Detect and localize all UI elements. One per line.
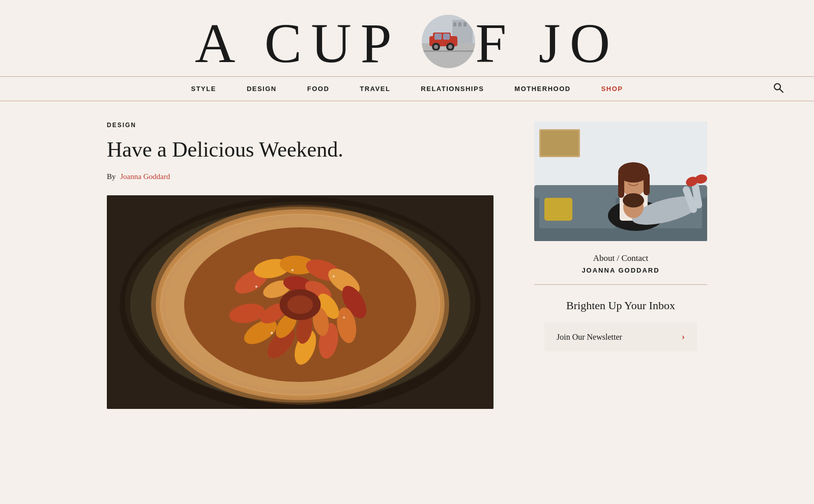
- author-link[interactable]: Joanna Goddard: [120, 172, 170, 181]
- svg-rect-63: [544, 198, 572, 221]
- svg-rect-69: [644, 172, 650, 195]
- svg-rect-68: [618, 172, 624, 198]
- svg-point-52: [271, 332, 273, 334]
- nav-item-relationships[interactable]: RELATIONSHIPS: [405, 77, 499, 101]
- nav-item-style[interactable]: STYLE: [176, 77, 231, 101]
- svg-rect-10: [443, 34, 450, 40]
- article-image: [107, 195, 493, 409]
- svg-rect-6: [463, 22, 467, 26]
- nav-item-design[interactable]: DESIGN: [231, 77, 292, 101]
- chevron-right-icon: ›: [682, 332, 685, 342]
- svg-point-54: [292, 270, 294, 272]
- newsletter-heading: Brighten Up Your Inbox: [544, 299, 697, 312]
- newsletter-button-label: Join Our Newsletter: [557, 333, 622, 342]
- site-logo[interactable]: A CUP: [195, 15, 619, 71]
- sidebar-newsletter: Brighten Up Your Inbox Join Our Newslett…: [534, 285, 707, 362]
- nav-item-shop[interactable]: SHOP: [586, 77, 638, 101]
- svg-line-17: [780, 89, 783, 92]
- svg-rect-5: [458, 22, 461, 26]
- svg-rect-4: [453, 22, 456, 26]
- nav-item-food[interactable]: FOOD: [292, 77, 345, 101]
- logo-text-a: A: [195, 15, 265, 71]
- article-category: DESIGN: [107, 122, 493, 129]
- nav-item-travel[interactable]: TRAVEL: [344, 77, 405, 101]
- article-byline: By Joanna Goddard: [107, 172, 493, 181]
- logo-o-icon: [422, 15, 475, 68]
- nav-item-motherhood[interactable]: MOTHERHOOD: [499, 77, 586, 101]
- svg-point-50: [255, 286, 257, 288]
- svg-point-14: [448, 45, 452, 49]
- main-nav: STYLE DESIGN FOOD TRAVEL RELATIONSHIPS M…: [0, 76, 814, 101]
- logo-text-jo: JO: [539, 15, 619, 71]
- svg-point-51: [333, 276, 335, 278]
- sidebar-about: About / Contact JOANNA GODDARD: [534, 241, 707, 285]
- svg-rect-15: [422, 50, 475, 52]
- sidebar: About / Contact JOANNA GODDARD Brighten …: [534, 122, 707, 409]
- newsletter-button[interactable]: Join Our Newsletter ›: [544, 322, 697, 351]
- main-content: DESIGN Have a Delicious Weekend. By Joan…: [76, 101, 738, 429]
- logo-text-cup: CUP: [265, 15, 422, 71]
- svg-point-16: [774, 83, 780, 90]
- site-header: A CUP: [0, 0, 814, 76]
- about-label: About / Contact: [544, 253, 697, 263]
- logo-text-f: F: [475, 15, 539, 71]
- sidebar-profile-image: [534, 122, 707, 241]
- svg-point-53: [343, 317, 345, 319]
- byline-prefix: By: [107, 172, 116, 181]
- svg-point-12: [434, 45, 438, 49]
- logo-container[interactable]: A CUP: [178, 15, 636, 71]
- article-title: Have a Delicious Weekend.: [107, 137, 493, 162]
- search-icon[interactable]: [773, 82, 783, 95]
- author-name: JOANNA GODDARD: [544, 266, 697, 274]
- svg-rect-9: [434, 34, 442, 40]
- svg-rect-58: [541, 131, 578, 156]
- svg-point-72: [623, 193, 644, 207]
- article-section: DESIGN Have a Delicious Weekend. By Joan…: [107, 122, 493, 409]
